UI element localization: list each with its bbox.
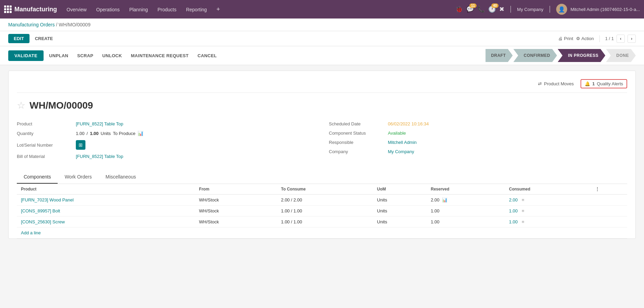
breadcrumb-separator: / — [56, 22, 57, 27]
table-row: [FURN_7023] Wood Panel WH/Stock 2.00 / 2… — [17, 195, 627, 206]
company-value[interactable]: My Company — [388, 149, 414, 154]
row2-uom: Units — [373, 206, 427, 217]
col-from: From — [195, 184, 277, 195]
nav-planning[interactable]: Planning — [125, 5, 152, 14]
print-button[interactable]: 🖨 Print — [558, 36, 573, 41]
tab-work-orders[interactable]: Work Orders — [58, 171, 98, 184]
bell-icon: 🔔 — [585, 81, 590, 86]
step-done: DONE — [606, 49, 636, 62]
company-row: Company My Company — [329, 147, 628, 156]
phone-icon: 📞 — [477, 5, 485, 13]
nav-reporting[interactable]: Reporting — [182, 5, 211, 14]
responsible-label: Responsible — [329, 140, 384, 145]
favorite-star-icon[interactable]: ☆ — [17, 100, 25, 111]
maintenance-request-button[interactable]: MAINTENANCE REQUEST — [127, 50, 192, 61]
table-row: [CONS_25630] Screw WH/Stock 1.00 / 1.00 … — [17, 217, 627, 227]
tabs-bar: Components Work Orders Miscellaneous — [17, 171, 627, 184]
col-to-consume: To Consume — [277, 184, 373, 195]
tab-components[interactable]: Components — [17, 171, 58, 184]
row1-consumed: 2.00 ≡ — [505, 195, 591, 206]
nav-icons-group: 🐞 💬 11 📞 🕐 40 ✖ My Company 👤 Mitchell Ad… — [455, 4, 640, 15]
create-button[interactable]: CREATE — [32, 34, 56, 43]
responsible-value[interactable]: Mitchell Admin — [388, 140, 417, 145]
main-content: ⇄ Product Moves 🔔 1 Quality Alerts ☆ WH/… — [0, 65, 644, 305]
quantity-label: Quantity — [17, 131, 72, 136]
product-moves-icon: ⇄ — [538, 81, 542, 86]
action-label: Action — [582, 36, 594, 41]
row2-product[interactable]: [CONS_89957] Bolt — [17, 206, 195, 217]
pagination-next[interactable]: › — [628, 35, 636, 43]
bom-row: Bill of Material [FURN_8522] Table Top — [17, 152, 315, 161]
row2-detail-icon[interactable]: ≡ — [522, 208, 524, 213]
row1-to-consume: 2.00 / 2.00 — [277, 195, 373, 206]
quality-alerts-button[interactable]: 🔔 1 Quality Alerts — [581, 79, 627, 88]
settings-icon: ✖ — [499, 5, 504, 13]
phone-icon-btn[interactable]: 📞 — [477, 5, 485, 13]
row1-uom: Units — [373, 195, 427, 206]
col-reserved: Reserved — [427, 184, 505, 195]
progress-steps: DRAFT CONFIRMED IN PROGRESS DONE — [485, 49, 636, 62]
forecast-chart-icon[interactable]: 📊 — [138, 131, 143, 136]
scheduled-date-value[interactable]: 06/02/2022 10:16:34 — [388, 121, 429, 126]
bug-icon-btn[interactable]: 🐞 — [455, 5, 463, 13]
clock-icon-btn[interactable]: 🕐 40 — [488, 5, 496, 13]
unplan-button[interactable]: UNPLAN — [46, 50, 72, 61]
settings-icon-btn[interactable]: ✖ — [499, 5, 504, 13]
tab-miscellaneous[interactable]: Miscellaneous — [98, 171, 143, 184]
product-moves-label: Product Moves — [544, 81, 574, 86]
nav-add[interactable]: + — [212, 4, 224, 15]
pagination: 1 / 1 ‹ › — [605, 35, 636, 43]
row1-chart-icon[interactable]: 📊 — [442, 197, 447, 202]
col-more[interactable]: ⋮ — [591, 184, 627, 195]
row3-detail-icon[interactable]: ≡ — [522, 219, 524, 224]
chat-icon-btn[interactable]: 💬 11 — [466, 5, 474, 13]
edit-button[interactable]: EDIT — [8, 34, 30, 43]
bom-value[interactable]: [FURN_8522] Table Top — [76, 154, 123, 159]
row2-reserved: 1.00 — [427, 206, 505, 217]
product-moves-button[interactable]: ⇄ Product Moves — [535, 79, 576, 88]
table-row: [CONS_89957] Bolt WH/Stock 1.00 / 1.00 U… — [17, 206, 627, 217]
form-fields: Product [FURN_8522] Table Top Quantity 1… — [17, 115, 627, 165]
app-brand[interactable]: Manufacturing — [4, 5, 57, 13]
breadcrumb-parent[interactable]: Manufacturing Orders — [8, 22, 55, 27]
row2-from: WH/Stock — [195, 206, 277, 217]
pagination-prev[interactable]: ‹ — [617, 35, 625, 43]
grid-icon — [4, 5, 12, 13]
bom-label: Bill of Material — [17, 154, 72, 159]
clock-badge: 40 — [491, 3, 499, 8]
scrap-button[interactable]: SCRAP — [74, 50, 97, 61]
lot-row: Lot/Serial Number ⊞ — [17, 138, 315, 152]
avatar[interactable]: 👤 — [556, 4, 567, 15]
form-right-col: Scheduled Date 06/02/2022 10:16:34 Compo… — [329, 119, 628, 161]
scheduled-date-label: Scheduled Date — [329, 121, 384, 126]
lot-add-button[interactable]: ⊞ — [76, 140, 85, 150]
row3-from: WH/Stock — [195, 217, 277, 227]
components-table: Product From To Consume UoM Reserved Con… — [17, 184, 627, 238]
product-value[interactable]: [FURN_8522] Table Top — [76, 121, 123, 126]
qty-demand[interactable]: 1.00 — [90, 131, 98, 136]
cancel-button[interactable]: CANCEL — [194, 50, 220, 61]
responsible-row: Responsible Mitchell Admin — [329, 138, 628, 147]
top-navigation: Manufacturing Overview Operations Planni… — [0, 0, 644, 19]
product-row: Product [FURN_8522] Table Top — [17, 119, 315, 128]
nav-operations[interactable]: Operations — [92, 5, 124, 14]
add-line-link[interactable]: Add a line — [21, 230, 41, 235]
validate-button[interactable]: VALIDATE — [8, 50, 44, 61]
row2-consumed: 1.00 ≡ — [505, 206, 591, 217]
row1-product[interactable]: [FURN_7023] Wood Panel — [17, 195, 195, 206]
user-name: Mitchell Admin (16074602-15-0-a... — [571, 7, 640, 12]
record-header: ☆ WH/MO/00009 — [17, 93, 627, 115]
row1-detail-icon[interactable]: ≡ — [522, 197, 524, 202]
company-label: Company — [329, 149, 384, 154]
status-bar: VALIDATE UNPLAN SCRAP UNLOCK MAINTENANCE… — [0, 46, 644, 65]
row1-reserved: 2.00 📊 — [427, 195, 505, 206]
nav-overview[interactable]: Overview — [62, 5, 91, 14]
qty-value[interactable]: 1.00 — [76, 131, 84, 136]
row3-product[interactable]: [CONS_25630] Screw — [17, 217, 195, 227]
unlock-button[interactable]: UNLOCK — [99, 50, 125, 61]
printer-icon: 🖨 — [558, 36, 563, 41]
step-confirmed: CONFIRMED — [513, 49, 557, 62]
company-name: My Company — [517, 7, 543, 12]
action-button[interactable]: ⚙ Action — [576, 36, 594, 41]
nav-products[interactable]: Products — [153, 5, 180, 14]
